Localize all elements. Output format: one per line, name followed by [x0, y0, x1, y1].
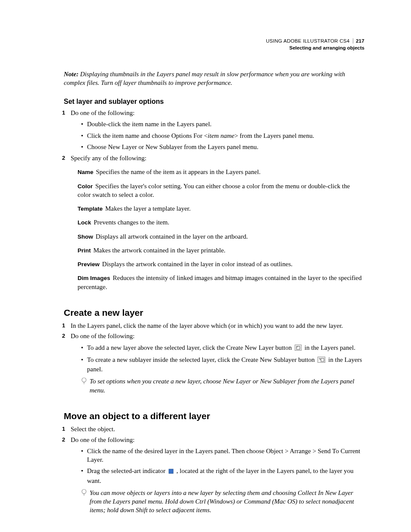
svg-rect-5	[169, 469, 173, 473]
steps-create-layer: In the Layers panel, click the name of t…	[64, 321, 364, 395]
bullet-item: To create a new sublayer inside the sele…	[81, 355, 364, 374]
page-number: 217	[353, 38, 364, 44]
steps-set-layer: Do one of the following: Double-click th…	[64, 109, 364, 291]
selected-art-indicator-icon	[168, 467, 174, 476]
header-line-1: USING ADOBE ILLUSTRATOR CS4 217	[266, 38, 364, 45]
chapter-title: Selecting and arranging objects	[266, 45, 364, 52]
create-new-sublayer-icon	[318, 356, 325, 365]
running-header: USING ADOBE ILLUSTRATOR CS4 217 Selectin…	[266, 38, 364, 51]
svg-point-6	[82, 489, 86, 494]
bullet-list: To add a new layer above the selected la…	[81, 343, 364, 374]
step-item: Do one of the following: Click the name …	[64, 436, 364, 515]
def-item: PrintMakes the artwork contained in the …	[78, 246, 364, 255]
step-item: Select the object.	[64, 425, 364, 433]
bullet-list: Double-click the item name in the Layers…	[81, 120, 364, 151]
heading-create-new-layer: Create a new layer	[64, 307, 364, 319]
tip-note: You can move objects or layers into a ne…	[81, 488, 364, 515]
lightbulb-icon	[81, 377, 87, 387]
steps-move-object: Select the object. Do one of the followi…	[64, 425, 364, 514]
lightbulb-icon	[81, 489, 87, 499]
note-text: Displaying thumbnails in the Layers pane…	[64, 71, 345, 86]
create-new-layer-icon	[295, 344, 302, 353]
step-text: Specify any of the following:	[71, 155, 146, 162]
bullet-item: Click the name of the desired layer in t…	[81, 447, 364, 464]
def-item: LockPrevents changes to the item.	[78, 218, 364, 227]
heading-set-layer-options: Set layer and sublayer options	[64, 97, 364, 106]
svg-rect-1	[296, 346, 300, 349]
def-item: ColorSpecifies the layer's color setting…	[78, 182, 364, 199]
bullet-item: Drag the selected-art indicator , locate…	[81, 467, 364, 485]
product-name: USING ADOBE ILLUSTRATOR CS4	[266, 38, 349, 44]
step-text: Do one of the following:	[71, 109, 134, 116]
step-item: Specify any of the following: NameSpecif…	[64, 154, 364, 291]
def-item: TemplateMakes the layer a template layer…	[78, 204, 364, 213]
note-paragraph: Note: Displaying thumbnails in the Layer…	[64, 70, 364, 87]
step-item: Do one of the following: Double-click th…	[64, 109, 364, 151]
bullet-item: To add a new layer above the selected la…	[81, 343, 364, 353]
step-item: In the Layers panel, click the name of t…	[64, 321, 364, 330]
page-content: Note: Displaying thumbnails in the Layer…	[64, 70, 364, 515]
svg-point-4	[82, 378, 86, 382]
bullet-item: Choose New Layer or New Sublayer from th…	[81, 143, 364, 151]
def-item: NameSpecifies the name of the item as it…	[78, 168, 364, 176]
note-label: Note:	[64, 71, 78, 78]
def-item: Dim ImagesReduces the intensity of linke…	[78, 274, 364, 291]
def-item: PreviewDisplays the artwork contained in…	[78, 260, 364, 268]
bullet-list: Click the name of the desired layer in t…	[81, 447, 364, 485]
bullet-item: Double-click the item name in the Layers…	[81, 120, 364, 128]
tip-note: To set options when you create a new lay…	[81, 377, 364, 395]
bullet-item: Click the item name and choose Options F…	[81, 131, 364, 140]
svg-rect-3	[321, 358, 324, 361]
heading-move-object: Move an object to a different layer	[64, 410, 364, 422]
step-item: Do one of the following: To add a new la…	[64, 332, 364, 395]
def-item: ShowDisplays all artwork contained in th…	[78, 232, 364, 241]
definition-list: NameSpecifies the name of the item as it…	[78, 168, 364, 291]
page: USING ADOBE ILLUSTRATOR CS4 217 Selectin…	[0, 0, 411, 532]
